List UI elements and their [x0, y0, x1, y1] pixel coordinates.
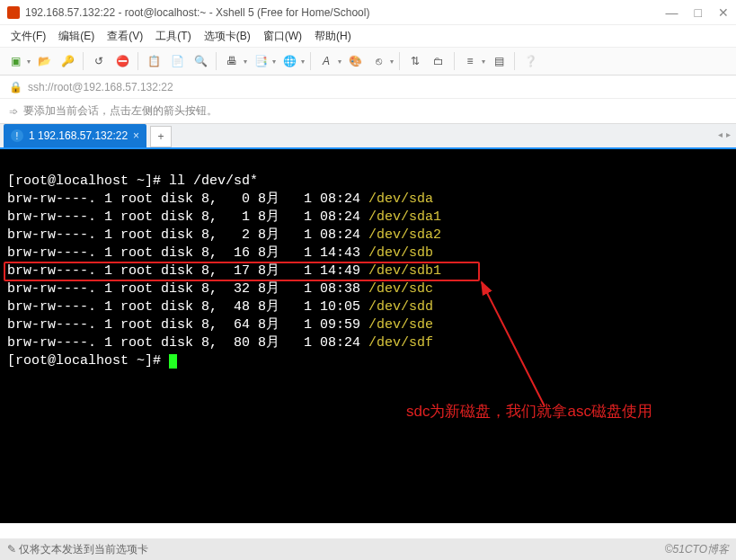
- list-item: brw-rw----. 1 root disk 8, 0 8月 1 08:24 …: [7, 191, 433, 207]
- address-bar: 🔒 ssh://root@192.168.57.132:22: [0, 76, 736, 99]
- new-session-button[interactable]: ▣: [5, 51, 25, 71]
- list-item: brw-rw----. 1 root disk 8, 64 8月 1 09:59…: [7, 317, 433, 333]
- globe-button[interactable]: 🌐: [279, 51, 299, 71]
- annotation-text: sdc为新磁盘，我们就拿asc磁盘使用: [406, 403, 652, 421]
- help-button[interactable]: ❔: [520, 51, 540, 71]
- menu-edit[interactable]: 编辑(E): [53, 27, 100, 46]
- list-item: brw-rw----. 1 root disk 8, 48 8月 1 10:05…: [7, 299, 433, 315]
- window-title: 192.168.57.132:22 - root@localhost:~ - X…: [25, 6, 666, 19]
- menu-tabs[interactable]: 选项卡(B): [199, 27, 256, 46]
- hint-text: 要添加当前会话，点击左侧的箭头按钮。: [23, 103, 217, 119]
- terminal[interactable]: [root@localhost ~]# ll /dev/sd* brw-rw--…: [0, 149, 736, 523]
- status-icon: ✎: [7, 543, 16, 556]
- svg-line-1: [482, 282, 545, 406]
- tab-prev-button[interactable]: ◂: [718, 129, 723, 139]
- color-button[interactable]: 🎨: [345, 51, 365, 71]
- encoding-button[interactable]: ⎋: [368, 51, 388, 71]
- find-button[interactable]: 🔍: [191, 51, 210, 71]
- list-item: brw-rw----. 1 root disk 8, 2 8月 1 08:24 …: [7, 227, 441, 243]
- menu-bar: 文件(F) 编辑(E) 查看(V) 工具(T) 选项卡(B) 窗口(W) 帮助(…: [0, 25, 736, 47]
- tab-bar: ! 1 192.168.57.132:22 × + ◂ ▸: [0, 124, 736, 149]
- lock-icon: 🔒: [9, 81, 22, 93]
- key-button[interactable]: 🔑: [58, 51, 77, 71]
- maximize-button[interactable]: □: [695, 5, 702, 20]
- status-bar: ✎ 仅将文本发送到当前选项卡 ©51CTO博客: [0, 538, 736, 560]
- hint-bar: ➾ 要添加当前会话，点击左侧的箭头按钮。: [0, 99, 736, 124]
- new-tab-button[interactable]: +: [150, 126, 172, 147]
- layout-button[interactable]: ▤: [489, 51, 509, 71]
- window-titlebar: 192.168.57.132:22 - root@localhost:~ - X…: [0, 0, 736, 25]
- address-text[interactable]: ssh://root@192.168.57.132:22: [28, 81, 173, 93]
- list-item: brw-rw----. 1 root disk 8, 80 8月 1 08:24…: [7, 335, 433, 351]
- toolbar: ▣▾ 📂 🔑 ↺ ⛔ 📋 📄 🔍 🖶▾ 📑▾ 🌐▾ A▾ 🎨 ⎋▾ ⇅ 🗀 ≡▾…: [0, 47, 736, 76]
- font-button[interactable]: A: [316, 51, 336, 71]
- folder-button[interactable]: 🗀: [429, 51, 448, 71]
- close-button[interactable]: ✕: [718, 5, 729, 20]
- menu-tools[interactable]: 工具(T): [150, 27, 196, 46]
- reconnect-button[interactable]: ↺: [89, 51, 109, 71]
- properties-button[interactable]: 📑: [251, 51, 270, 71]
- tab-status-icon: !: [11, 129, 23, 142]
- menu-view[interactable]: 查看(V): [102, 27, 148, 46]
- list-item: brw-rw----. 1 root disk 8, 17 8月 1 14:49…: [7, 263, 441, 279]
- transfer-button[interactable]: ⇅: [405, 51, 425, 71]
- terminal-command: ll /dev/sd*: [169, 173, 258, 189]
- terminal-prompt: [root@localhost ~]#: [7, 173, 169, 189]
- list-item: brw-rw----. 1 root disk 8, 16 8月 1 14:43…: [7, 245, 433, 261]
- paste-button[interactable]: 📄: [167, 51, 187, 71]
- session-tab[interactable]: ! 1 192.168.57.132:22 ×: [4, 124, 146, 147]
- list-item: brw-rw----. 1 root disk 8, 32 8月 1 08:38…: [7, 281, 433, 297]
- print-button[interactable]: 🖶: [222, 51, 242, 71]
- app-icon: [7, 6, 20, 19]
- menu-window[interactable]: 窗口(W): [258, 27, 307, 46]
- terminal-prompt: [root@localhost ~]#: [7, 353, 169, 369]
- terminal-cursor: [169, 354, 177, 369]
- watermark: ©51CTO博客: [665, 542, 729, 557]
- script-button[interactable]: ≡: [460, 51, 480, 71]
- menu-help[interactable]: 帮助(H): [309, 27, 357, 46]
- open-button[interactable]: 📂: [34, 51, 54, 71]
- status-text: 仅将文本发送到当前选项卡: [19, 542, 148, 557]
- tab-label: 1 192.168.57.132:22: [29, 129, 128, 142]
- list-item: brw-rw----. 1 root disk 8, 1 8月 1 08:24 …: [7, 209, 441, 225]
- arrow-hint-icon: ➾: [9, 105, 18, 118]
- minimize-button[interactable]: ―: [666, 5, 678, 20]
- menu-file[interactable]: 文件(F): [5, 27, 51, 46]
- tab-close-button[interactable]: ×: [133, 129, 139, 142]
- tab-next-button[interactable]: ▸: [726, 129, 731, 139]
- disconnect-button[interactable]: ⛔: [112, 51, 132, 71]
- copy-button[interactable]: 📋: [144, 51, 164, 71]
